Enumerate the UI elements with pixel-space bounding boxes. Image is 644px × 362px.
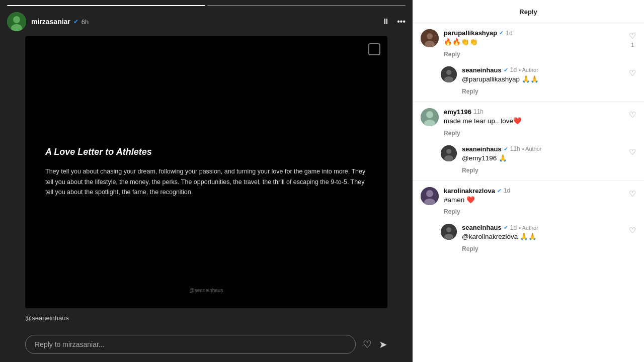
- story-user-info: mirzasaniar ✔ 6h: [31, 18, 377, 26]
- svg-point-8: [444, 76, 453, 82]
- avatar: [421, 108, 439, 126]
- avatar: [441, 224, 457, 240]
- content-type-icon: [368, 43, 380, 55]
- send-button[interactable]: ➤: [379, 338, 387, 350]
- like-icon[interactable]: ♡: [629, 189, 636, 199]
- story-panel: mirzasaniar ✔ 6h ⏸ ••• A Love Letter to …: [0, 0, 413, 362]
- story-verified-icon: ✔: [73, 18, 78, 25]
- svg-point-13: [446, 149, 451, 154]
- comment-like: ♡: [629, 108, 636, 120]
- pause-button[interactable]: ⏸: [382, 17, 390, 26]
- story-footer: @seaneinhaus: [0, 308, 413, 330]
- author-badge: • Author: [519, 225, 538, 231]
- svg-point-7: [446, 70, 451, 75]
- comment-body: emy1196 11h made me tear up.. love❤️ Rep…: [444, 108, 624, 137]
- comment-body: seaneinhaus ✔ 1d • Author @parupallikash…: [462, 66, 624, 96]
- comment-item: emy1196 11h made me tear up.. love❤️ Rep…: [413, 104, 644, 141]
- comment-username[interactable]: seaneinhaus: [462, 224, 502, 231]
- story-avatar[interactable]: [7, 12, 26, 31]
- divider: [413, 180, 644, 181]
- like-button[interactable]: ♡: [363, 338, 372, 350]
- like-icon[interactable]: ♡: [629, 31, 636, 41]
- comment-text: @karolinakrezlova 🙏🙏: [462, 232, 624, 242]
- comment-like: ♡: [629, 66, 636, 78]
- more-button[interactable]: •••: [397, 17, 406, 26]
- svg-point-20: [444, 234, 453, 240]
- avatar: [421, 187, 439, 205]
- comment-username[interactable]: seaneinhaus: [462, 145, 502, 153]
- verified-icon: ✔: [497, 188, 502, 194]
- like-icon[interactable]: ♡: [629, 110, 636, 120]
- story-content-card: A Love Letter to Athletes They tell you …: [25, 36, 387, 308]
- comment-body: parupallikashyap ✔ 1d 🔥🔥👏👏 Reply: [444, 29, 624, 58]
- comment-header: parupallikashyap ✔ 1d: [444, 29, 624, 37]
- story-watermark: @seaneinhaus: [190, 288, 223, 293]
- reply-input[interactable]: Reply to mirzasaniar...: [25, 335, 356, 354]
- verified-icon: ✔: [504, 224, 508, 231]
- comment-header: seaneinhaus ✔ 1d • Author: [462, 224, 624, 231]
- reply-button[interactable]: Reply: [444, 51, 460, 58]
- comment-like: ♡ 1: [629, 29, 636, 48]
- reply-button[interactable]: Reply: [444, 130, 460, 137]
- comment-username[interactable]: seaneinhaus: [462, 66, 502, 74]
- story-username[interactable]: mirzasaniar: [31, 18, 70, 26]
- comment-header: seaneinhaus ✔ 11h • Author: [462, 145, 624, 153]
- story-body: They tell you about chasing your dream, …: [45, 166, 367, 198]
- like-count: 1: [631, 42, 634, 48]
- comment-username[interactable]: karolinakrezlova: [444, 187, 495, 195]
- story-time: 6h: [82, 18, 89, 26]
- story-header: mirzasaniar ✔ 6h ⏸ •••: [0, 9, 413, 36]
- svg-point-4: [427, 33, 433, 39]
- comment-body: seaneinhaus ✔ 1d • Author @karolinakrezl…: [462, 224, 624, 253]
- verified-icon: ✔: [499, 30, 504, 36]
- comment-time: 11h: [473, 108, 484, 115]
- verified-icon: ✔: [504, 67, 508, 73]
- comment-time: 1d: [510, 224, 517, 231]
- svg-point-19: [446, 227, 451, 232]
- reply-button[interactable]: Reply: [462, 88, 478, 95]
- comment-reply-item: seaneinhaus ✔ 1d • Author @karolinakrezl…: [413, 220, 644, 257]
- comment-text: 🔥🔥👏👏: [444, 38, 624, 47]
- story-title: A Love Letter to Athletes: [45, 147, 367, 157]
- comment-text: made me tear up.. love❤️: [444, 117, 624, 126]
- like-icon[interactable]: ♡: [629, 147, 636, 157]
- comments-panel: Reply parupallikashyap ✔ 1d 🔥🔥👏👏 Reply ♡…: [413, 0, 644, 362]
- comment-body: karolinakrezlova ✔ 1d #amen ❤️ Reply: [444, 187, 624, 216]
- comment-time: 1d: [504, 187, 510, 194]
- comment-time: 11h: [510, 145, 520, 152]
- comment-reply-item: seaneinhaus ✔ 11h • Author @emy1196 🙏 Re…: [413, 141, 644, 178]
- reply-button[interactable]: Reply: [462, 245, 478, 252]
- progress-bar-1: [7, 5, 205, 6]
- story-controls: ⏸ •••: [382, 17, 406, 26]
- comment-header: karolinakrezlova ✔ 1d: [444, 187, 624, 195]
- comment-like: ♡: [629, 145, 636, 157]
- svg-point-10: [426, 111, 433, 118]
- comment-like: ♡: [629, 224, 636, 235]
- comment-body: seaneinhaus ✔ 11h • Author @emy1196 🙏 Re…: [462, 145, 624, 174]
- comment-header: emy1196 11h: [444, 108, 624, 116]
- comment-like: ♡: [629, 187, 636, 199]
- verified-icon: ✔: [504, 146, 508, 152]
- svg-point-1: [13, 16, 20, 23]
- reply-bar: Reply to mirzasaniar... ♡ ➤: [0, 330, 413, 362]
- comment-username[interactable]: parupallikashyap: [444, 29, 497, 37]
- like-icon[interactable]: ♡: [629, 68, 636, 78]
- avatar: [421, 29, 439, 47]
- comment-item: karolinakrezlova ✔ 1d #amen ❤️ Reply ♡: [413, 183, 644, 220]
- reply-button[interactable]: Reply: [444, 208, 460, 215]
- like-icon[interactable]: ♡: [629, 226, 636, 235]
- comment-header: seaneinhaus ✔ 1d • Author: [462, 66, 624, 74]
- divider: [413, 23, 644, 23]
- avatar: [441, 145, 457, 161]
- reply-button[interactable]: Reply: [462, 167, 478, 174]
- svg-point-16: [426, 190, 433, 197]
- top-reply-button[interactable]: Reply: [413, 5, 644, 21]
- comment-text: @emy1196 🙏: [462, 154, 624, 163]
- progress-bars: [0, 0, 413, 9]
- comment-reply-item: seaneinhaus ✔ 1d • Author @parupallikash…: [413, 62, 644, 100]
- progress-bar-2: [207, 5, 406, 6]
- avatar: [441, 66, 457, 82]
- author-badge: • Author: [522, 146, 542, 152]
- comment-username[interactable]: emy1196: [444, 108, 471, 116]
- comment-item: parupallikashyap ✔ 1d 🔥🔥👏👏 Reply ♡ 1: [413, 25, 644, 62]
